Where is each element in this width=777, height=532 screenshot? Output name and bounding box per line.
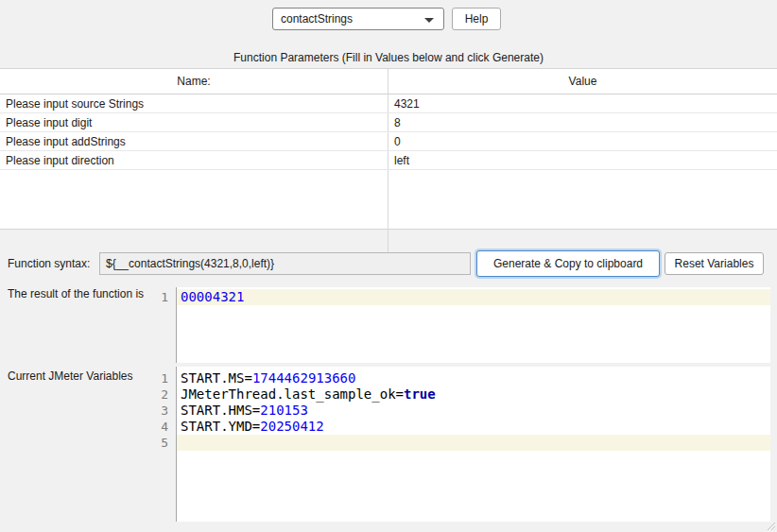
param-value-cell[interactable]: left xyxy=(388,151,777,169)
table-row: Please input direction left xyxy=(0,151,777,170)
variable-line: START.MS=1744462913660 xyxy=(177,370,770,386)
function-syntax-field[interactable] xyxy=(99,252,471,275)
chevron-down-icon xyxy=(424,18,434,23)
param-name: Please input source Strings xyxy=(0,94,388,112)
function-parameters-title: Function Parameters (Fill in Values belo… xyxy=(0,51,777,64)
table-row: Please input digit 8 xyxy=(0,113,777,132)
table-row: Please input source Strings 4321 xyxy=(0,94,777,113)
param-name: Please input digit xyxy=(0,113,388,131)
jmeter-variables-label: Current JMeter Variables xyxy=(8,369,133,383)
param-value-cell[interactable]: 4321 xyxy=(388,94,777,112)
function-select-value: contactStrings xyxy=(281,12,353,26)
variable-line: START.HMS=210153 xyxy=(177,403,770,419)
param-name: Please input direction xyxy=(0,151,388,169)
help-button[interactable]: Help xyxy=(452,8,501,30)
result-line-numbers: 1 xyxy=(144,287,176,363)
result-line: 00004321 xyxy=(177,289,770,305)
column-header-name[interactable]: Name: xyxy=(0,69,388,94)
table-row: Please input addStrings 0 xyxy=(0,132,777,151)
variable-line: JMeterThread.last_sample_ok=true xyxy=(177,386,770,403)
table-header-row: Name: Value xyxy=(0,69,777,94)
result-label: The result of the function is xyxy=(8,287,144,300)
parameters-table: Name: Value Please input source Strings … xyxy=(0,68,777,230)
function-select-dropdown[interactable]: contactStrings xyxy=(272,8,444,30)
variables-editor[interactable]: START.MS=1744462913660 JMeterThread.last… xyxy=(176,367,770,522)
param-name: Please input addStrings xyxy=(0,132,388,150)
resize-grip-icon[interactable] xyxy=(765,520,775,530)
generate-copy-button[interactable]: Generate & Copy to clipboard xyxy=(476,250,660,277)
function-syntax-label: Function syntax: xyxy=(8,251,90,276)
reset-variables-button[interactable]: Reset Variables xyxy=(665,252,764,275)
variable-line: START.YMD=20250412 xyxy=(177,419,770,435)
result-editor[interactable]: 00004321 xyxy=(176,287,770,363)
variable-line-current xyxy=(177,435,770,451)
variables-line-numbers: 1 2 3 4 5 xyxy=(144,367,176,522)
column-header-value[interactable]: Value xyxy=(388,69,777,94)
param-value-cell[interactable]: 8 xyxy=(388,113,777,131)
param-value-cell[interactable]: 0 xyxy=(388,132,777,150)
